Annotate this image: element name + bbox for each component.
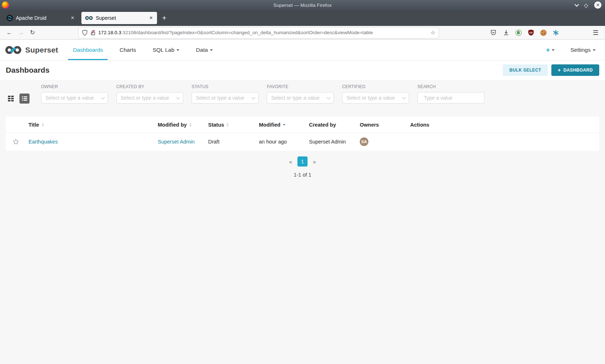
sort-icon bbox=[227, 123, 229, 127]
insecure-lock-icon[interactable] bbox=[90, 29, 96, 36]
url-host: 172.18.0.3 bbox=[98, 30, 121, 35]
tab-label: Apache Druid bbox=[16, 15, 67, 21]
menu-icon[interactable]: ☰ bbox=[593, 29, 599, 37]
ublock-origin-icon[interactable]: UO bbox=[528, 29, 534, 36]
nav-sql-lab[interactable]: SQL Lab bbox=[144, 40, 188, 60]
minimize-icon[interactable] bbox=[575, 2, 579, 7]
status-select[interactable]: Select or type a value bbox=[192, 92, 259, 104]
plus-icon: + bbox=[546, 46, 550, 54]
filter-label: OWNER bbox=[41, 84, 108, 89]
pagination: « 1 » bbox=[0, 156, 605, 167]
chevron-down-icon bbox=[210, 49, 213, 51]
grid-view-icon bbox=[7, 95, 14, 102]
url-bar[interactable]: 172.18.0.3:32108/dashboard/list/?pageInd… bbox=[79, 27, 439, 38]
page-1-button[interactable]: 1 bbox=[297, 156, 308, 167]
pocket-icon[interactable] bbox=[490, 29, 497, 36]
select-placeholder: Select or type a value bbox=[121, 95, 176, 101]
column-label: Created by bbox=[309, 122, 336, 128]
filter-label: SEARCH bbox=[417, 84, 484, 89]
chevron-down-icon bbox=[176, 95, 180, 99]
dashboard-list-content: OWNER Select or type a value CREATED BY … bbox=[0, 80, 605, 364]
modified-by-link[interactable]: Superset Admin bbox=[158, 139, 194, 145]
filter-label: CERTIFIED bbox=[342, 84, 409, 89]
settings-label: Settings bbox=[570, 47, 591, 53]
chevron-down-icon bbox=[176, 49, 179, 51]
column-actions: Actions bbox=[410, 122, 599, 128]
owner-select[interactable]: Select or type a value bbox=[41, 92, 108, 104]
window-title: Superset — Mozilla Firefox bbox=[0, 3, 605, 8]
search-box bbox=[417, 92, 484, 104]
nav-dashboards[interactable]: Dashboards bbox=[64, 40, 111, 60]
svg-text:UO: UO bbox=[529, 31, 533, 34]
prev-page-button[interactable]: « bbox=[287, 159, 294, 165]
chevron-down-icon bbox=[402, 95, 406, 99]
downloads-icon[interactable] bbox=[503, 29, 510, 36]
tab-label: Superset bbox=[96, 15, 146, 21]
forward-icon[interactable]: → bbox=[15, 29, 27, 36]
bulk-select-button[interactable]: BULK SELECT bbox=[503, 64, 547, 76]
select-placeholder: Select or type a value bbox=[271, 95, 327, 101]
close-window-icon[interactable]: ✕ bbox=[594, 1, 601, 9]
new-tab-button[interactable]: + bbox=[162, 14, 166, 22]
sort-icon bbox=[42, 123, 44, 127]
nav-charts[interactable]: Charts bbox=[111, 40, 144, 60]
filter-bar: OWNER Select or type a value CREATED BY … bbox=[0, 84, 605, 104]
filter-favorite: FAVORITE Select or type a value bbox=[267, 84, 334, 104]
maximize-icon[interactable]: ◇ bbox=[584, 3, 588, 8]
column-label: Modified by bbox=[158, 122, 187, 128]
tab-superset[interactable]: Superset × bbox=[81, 12, 157, 24]
search-input[interactable] bbox=[424, 95, 489, 101]
extension-asterisk-icon[interactable] bbox=[552, 29, 559, 36]
column-label: Actions bbox=[410, 122, 429, 128]
tab-close-icon[interactable]: × bbox=[149, 15, 153, 21]
column-label: Title bbox=[28, 122, 39, 128]
chevron-down-icon bbox=[552, 49, 555, 51]
bulk-select-label: BULK SELECT bbox=[509, 68, 541, 73]
created-by-select[interactable]: Select or type a value bbox=[116, 92, 183, 104]
page-title: Dashboards bbox=[6, 66, 49, 74]
column-label: Owners bbox=[360, 122, 379, 128]
column-modified-by[interactable]: Modified by bbox=[158, 122, 208, 128]
filter-label: CREATED BY bbox=[116, 84, 183, 89]
url-path: :32108/dashboard/list/?pageIndex=0&sortC… bbox=[121, 30, 373, 35]
owner-avatar[interactable]: SA bbox=[360, 137, 368, 146]
certified-select[interactable]: Select or type a value bbox=[342, 92, 409, 104]
column-created-by: Created by bbox=[309, 122, 360, 128]
superset-logo[interactable]: Superset bbox=[5, 46, 58, 54]
column-title[interactable]: Title bbox=[28, 122, 158, 128]
favorite-star-icon[interactable] bbox=[12, 138, 19, 145]
column-status[interactable]: Status bbox=[208, 122, 259, 128]
reload-icon[interactable]: ↻ bbox=[27, 29, 38, 36]
column-label: Modified bbox=[259, 122, 281, 128]
select-placeholder: Select or type a value bbox=[196, 95, 251, 101]
new-dashboard-button[interactable]: + DASHBOARD bbox=[551, 64, 599, 76]
page-header: Dashboards BULK SELECT + DASHBOARD bbox=[0, 60, 605, 80]
tab-close-icon[interactable]: × bbox=[70, 15, 75, 21]
extension-green-icon[interactable] bbox=[515, 29, 522, 36]
nav-label: Charts bbox=[120, 47, 136, 53]
new-item-menu[interactable]: + bbox=[546, 46, 555, 54]
nav-data[interactable]: Data bbox=[188, 40, 221, 60]
list-view-icon bbox=[21, 95, 28, 102]
sort-icon bbox=[189, 123, 192, 127]
cookie-extension-icon[interactable] bbox=[540, 29, 547, 36]
tab-bar: Apache Druid × Superset × + bbox=[0, 10, 605, 26]
column-modified[interactable]: Modified bbox=[259, 122, 309, 128]
next-page-button[interactable]: » bbox=[311, 159, 318, 165]
filter-label: FAVORITE bbox=[267, 84, 334, 89]
favorite-select[interactable]: Select or type a value bbox=[267, 92, 334, 104]
new-dashboard-label: DASHBOARD bbox=[563, 68, 593, 73]
main-nav: Dashboards Charts SQL Lab Data bbox=[64, 40, 221, 60]
card-view-toggle[interactable] bbox=[6, 94, 16, 104]
bookmark-star-icon[interactable]: ☆ bbox=[431, 29, 435, 36]
settings-menu[interactable]: Settings bbox=[570, 47, 596, 53]
tab-apache-druid[interactable]: Apache Druid × bbox=[3, 12, 79, 24]
plus-icon: + bbox=[558, 67, 561, 73]
dashboard-title-link[interactable]: Earthquakes bbox=[28, 139, 58, 145]
shield-icon[interactable] bbox=[82, 29, 88, 36]
list-view-toggle[interactable] bbox=[19, 94, 30, 104]
nav-label: SQL Lab bbox=[153, 47, 175, 53]
chevron-down-icon bbox=[251, 95, 255, 99]
brand-name: Superset bbox=[25, 46, 58, 54]
back-icon[interactable]: ← bbox=[4, 29, 15, 36]
